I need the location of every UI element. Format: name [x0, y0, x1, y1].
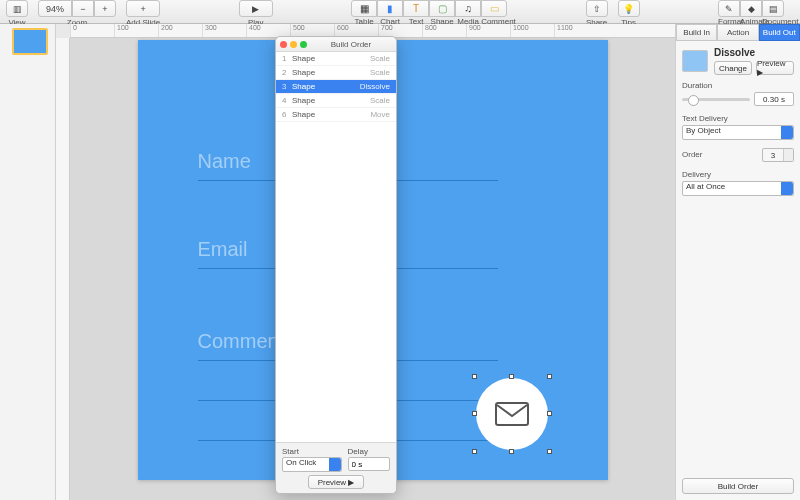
tab-build-in[interactable]: Build In [676, 24, 717, 41]
media-icon: ♫ [464, 3, 472, 14]
animate-icon: ◆ [748, 4, 755, 14]
shape-icon: ▢ [438, 3, 447, 14]
build-row[interactable]: 4ShapeScale [276, 94, 396, 108]
text-icon: T [413, 3, 419, 14]
build-order-window[interactable]: Build Order 1ShapeScale 2ShapeScale 3Sha… [275, 36, 397, 494]
build-row[interactable]: 2ShapeScale [276, 66, 396, 80]
svg-rect-0 [496, 403, 528, 425]
comment-button[interactable]: ▭ [481, 0, 507, 17]
format-button[interactable]: ✎ [718, 0, 740, 17]
build-row[interactable]: 1ShapeScale [276, 52, 396, 66]
minimize-icon[interactable] [290, 41, 297, 48]
chart-button[interactable]: ▮ [377, 0, 403, 17]
delay-label: Delay [348, 447, 391, 456]
preview-effect-button[interactable]: Preview ▶ [756, 61, 794, 75]
chart-icon: ▮ [387, 3, 393, 14]
delay-input[interactable] [348, 457, 391, 471]
window-title: Build Order [310, 40, 392, 49]
main-toolbar: ▥ View 94% − + Zoom + Add Slide ▶ Play ▦… [0, 0, 800, 24]
build-order-button[interactable]: Build Order [682, 478, 794, 494]
order-stepper[interactable]: 3 [762, 148, 794, 162]
build-order-list[interactable]: 1ShapeScale 2ShapeScale 3ShapeDissolve 4… [276, 52, 396, 442]
text-button[interactable]: T [403, 0, 429, 17]
tab-action[interactable]: Action [717, 24, 758, 41]
zoom-icon[interactable] [300, 41, 307, 48]
view-button[interactable]: ▥ [6, 0, 28, 17]
tab-build-out[interactable]: Build Out [759, 24, 800, 41]
tips-button[interactable]: 💡 [618, 0, 640, 17]
duration-label: Duration [682, 81, 794, 90]
slide-navigator[interactable]: 1 [0, 24, 56, 500]
document-button[interactable]: ▤ [762, 0, 784, 17]
media-button[interactable]: ♫ [455, 0, 481, 17]
duration-value[interactable]: 0.30 s [754, 92, 794, 106]
insert-toolbar: ▦ ▮ T ▢ ♫ ▭ [351, 0, 507, 17]
zoom-value[interactable]: 94% [38, 0, 72, 17]
duration-slider[interactable] [682, 98, 750, 101]
comment-icon: ▭ [490, 3, 499, 14]
order-label: Order [682, 150, 762, 159]
build-row[interactable]: 3ShapeDissolve [276, 80, 396, 94]
play-button[interactable]: ▶ [239, 0, 273, 17]
shape-button[interactable]: ▢ [429, 0, 455, 17]
text-delivery-select[interactable]: By Object [682, 125, 794, 140]
delivery-select[interactable]: All at Once [682, 181, 794, 196]
field-name-label[interactable]: Name [198, 150, 251, 173]
add-slide-button[interactable]: + [126, 0, 160, 17]
animate-button[interactable]: ◆ [740, 0, 762, 17]
start-select[interactable]: On Click [282, 457, 342, 472]
start-label: Start [282, 447, 342, 456]
send-button-shape[interactable] [476, 378, 548, 450]
envelope-icon [495, 402, 529, 426]
preview-button[interactable]: Preview ▶ [308, 475, 364, 489]
build-row[interactable]: 6ShapeMove [276, 108, 396, 122]
zoom-in-button[interactable]: + [94, 0, 116, 17]
delivery-label: Delivery [682, 170, 794, 179]
inspector-panel: Build In Action Build Out Dissolve Chang… [675, 24, 800, 500]
slide-thumbnail[interactable] [12, 28, 48, 55]
document-icon: ▤ [769, 4, 778, 14]
ruler-vertical [56, 38, 70, 500]
close-icon[interactable] [280, 41, 287, 48]
field-email-label[interactable]: Email [198, 238, 248, 261]
window-titlebar[interactable]: Build Order [276, 37, 396, 52]
effect-swatch [682, 50, 708, 72]
change-effect-button[interactable]: Change [714, 61, 752, 75]
effect-name: Dissolve [714, 47, 794, 58]
brush-icon: ✎ [725, 4, 733, 14]
zoom-out-button[interactable]: − [72, 0, 94, 17]
share-button[interactable]: ⇧ [586, 0, 608, 17]
text-delivery-label: Text Delivery [682, 114, 794, 123]
table-button[interactable]: ▦ [351, 0, 377, 17]
table-icon: ▦ [360, 3, 369, 14]
